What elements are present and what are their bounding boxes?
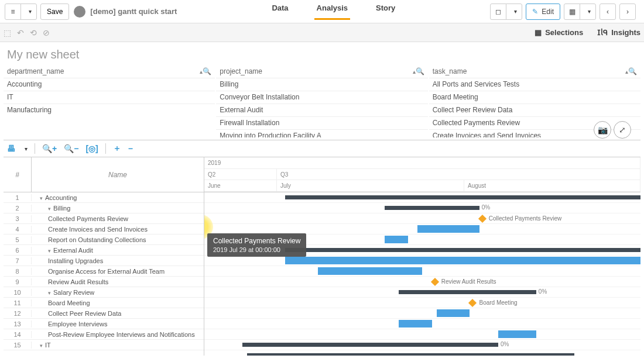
summary-bar[interactable] — [399, 290, 536, 294]
filter-department-label: department_name — [7, 67, 200, 75]
list-item[interactable]: Moving into Production Facility A — [216, 129, 427, 137]
zoom-out-icon[interactable]: 🔍− — [64, 144, 78, 153]
list-item[interactable]: Collect Peer Review Data — [429, 104, 640, 116]
bookmark-button[interactable]: ◻ — [490, 4, 506, 20]
table-row[interactable]: 7Installing Upgrades — [4, 256, 204, 266]
insights-button[interactable]: Insights — [597, 28, 640, 37]
summary-bar[interactable] — [285, 248, 640, 252]
chart-row: Board Meeting — [204, 298, 640, 308]
table-row[interactable]: 6External Audit — [4, 245, 204, 256]
list-item[interactable]: Manufacturing — [4, 104, 215, 116]
list-item[interactable]: Conveyor Belt Installation — [216, 91, 427, 104]
tab-story[interactable]: Story — [374, 4, 398, 20]
prev-sheet-button[interactable]: ‹ — [600, 4, 616, 20]
row-number: 15 — [4, 342, 32, 349]
row-number: 1 — [4, 194, 32, 201]
table-row[interactable]: 12Collect Peer Review Data — [4, 308, 204, 319]
summary-bar[interactable] — [242, 343, 498, 347]
chart-row — [204, 329, 640, 340]
task-bar[interactable] — [285, 257, 640, 264]
summary-bar[interactable] — [385, 206, 479, 210]
sheet-layout-button[interactable] — [564, 4, 580, 20]
row-name: Accounting — [32, 194, 77, 201]
table-row[interactable]: 13Employee Interviews — [4, 319, 204, 329]
table-row[interactable]: 5Report on Outstanding Collections — [4, 235, 204, 245]
task-bar[interactable] — [318, 267, 422, 275]
table-row[interactable]: 3Collected Payments Review — [4, 213, 204, 224]
table-row[interactable]: 1Accounting — [4, 192, 204, 203]
next-sheet-button[interactable]: › — [619, 4, 636, 20]
tab-analysis[interactable]: Analysis — [314, 4, 350, 20]
chart-row — [204, 266, 640, 277]
table-row[interactable]: 15IT — [4, 340, 204, 350]
search-icon[interactable]: 🔍 — [416, 67, 424, 75]
menu-dropdown[interactable] — [20, 4, 37, 20]
milestone-label: Review Audit Results — [441, 278, 496, 285]
add-icon[interactable]: ＋ — [113, 143, 121, 154]
gantt-tooltip: Collected Payments Review 2019 Jul 29 at… — [207, 233, 306, 257]
undo-icon[interactable]: ↶ — [17, 28, 24, 37]
milestone-marker[interactable] — [478, 215, 487, 223]
milestone-label: Collected Payments Review — [489, 215, 562, 222]
milestone-marker[interactable] — [431, 278, 439, 286]
table-row[interactable]: 9Review Audit Results — [4, 277, 204, 287]
search-icon[interactable]: 🔍 — [203, 67, 211, 75]
selections-button[interactable]: Selections — [535, 28, 583, 37]
bars-icon — [597, 28, 608, 37]
timeline-q2: Q2 — [204, 169, 277, 180]
summary-bar[interactable] — [285, 195, 640, 199]
list-item[interactable]: Board Meeting — [429, 91, 640, 104]
save-button[interactable]: Save — [40, 4, 69, 20]
list-item[interactable]: External Audit — [216, 104, 427, 116]
row-number: 14 — [4, 331, 32, 338]
table-row[interactable]: 2Billing — [4, 203, 204, 213]
task-bar[interactable] — [385, 236, 408, 243]
remove-icon[interactable]: − — [128, 144, 133, 153]
row-number: 4 — [4, 226, 32, 233]
snapshot-button[interactable]: 📷 — [594, 121, 611, 139]
tab-data[interactable]: Data — [269, 4, 290, 20]
list-item[interactable]: Billing — [216, 78, 427, 91]
filter-department: department_name ▴ 🔍 Accounting IT Manufa… — [4, 65, 215, 137]
search-icon[interactable]: 🔍 — [628, 67, 637, 75]
list-item[interactable]: All Ports and Services Tests — [429, 78, 640, 91]
row-number: 3 — [4, 215, 32, 222]
task-bar[interactable] — [417, 225, 479, 233]
list-item[interactable]: Accounting — [4, 78, 215, 91]
table-row[interactable]: 8Organise Access for External Audit Team — [4, 266, 204, 277]
chart-row — [204, 256, 640, 266]
table-row[interactable]: 10Salary Review — [4, 287, 204, 298]
edit-button[interactable]: ✎ Edit — [526, 4, 560, 20]
clear-selections-icon[interactable]: ⊘ — [43, 28, 50, 37]
chart-row: Collected Payments Review — [204, 213, 640, 224]
row-name: Salary Review — [32, 289, 94, 296]
print-dropdown[interactable] — [22, 144, 28, 153]
progress-label: 0% — [501, 341, 509, 347]
zoom-in-icon[interactable]: 🔍+ — [42, 144, 57, 153]
chart-row — [204, 350, 640, 356]
row-name: Billing — [32, 205, 70, 212]
bookmark-dropdown[interactable] — [506, 4, 522, 20]
table-row[interactable]: 11Board Meeting — [4, 298, 204, 308]
menu-button[interactable]: ≡ — [5, 4, 21, 20]
row-name: Organise Access for External Audit Team — [32, 268, 165, 275]
row-name: IT — [32, 342, 51, 349]
list-item[interactable]: Firewall Installation — [216, 116, 427, 129]
task-bar[interactable] — [437, 309, 470, 317]
table-row[interactable]: 14Post-Review Employee Interviews and No… — [4, 329, 204, 340]
task-bar[interactable] — [498, 330, 536, 338]
row-number: 5 — [4, 236, 32, 243]
zoom-fit-icon[interactable]: [◎] — [85, 144, 98, 153]
list-item[interactable]: IT — [4, 91, 215, 104]
print-icon[interactable]: 🖶 — [7, 144, 15, 153]
table-row[interactable]: 4Create Invoices and Send Invoices — [4, 224, 204, 235]
task-bar[interactable] — [399, 320, 432, 327]
milestone-marker[interactable] — [468, 299, 477, 307]
fullscreen-button[interactable]: ⤢ — [614, 121, 631, 139]
marquee-select-icon[interactable]: ⬚ — [4, 28, 11, 37]
sheet-layout-dropdown[interactable] — [580, 4, 596, 20]
summary-bar[interactable] — [247, 353, 574, 356]
tooltip-title: Collected Payments Review — [213, 237, 300, 245]
step-back-icon[interactable]: ⟲ — [30, 28, 37, 37]
edit-label: Edit — [542, 8, 554, 16]
